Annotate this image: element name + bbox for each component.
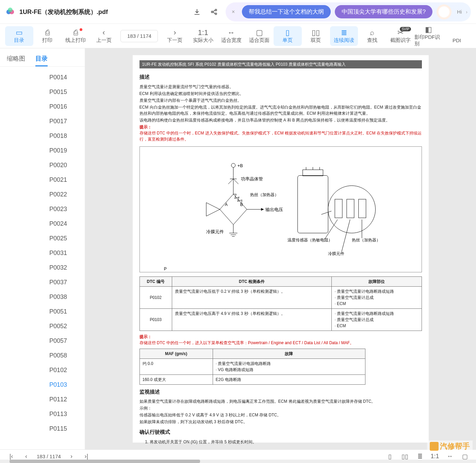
toc-toggle-button[interactable]: ▭目录 — [5, 26, 33, 46]
tb-label: 双页 — [311, 37, 321, 44]
fit-page-icon: ▢ — [256, 28, 263, 37]
online-print-button[interactable]: ⎙线上打印 — [62, 26, 90, 46]
tb-label: PDI — [453, 37, 461, 43]
td: P0103 — [139, 308, 172, 331]
toc-item-P0038[interactable]: P0038 — [0, 290, 85, 304]
toc-item-P0113[interactable]: P0113 — [0, 407, 85, 421]
toc-item-P0031[interactable]: P0031 — [0, 246, 85, 260]
title-bar: 1UR-FE（发动机控制系统）.pdf × 帮我总结一下这个文档的大纲 中国顶尖… — [0, 0, 476, 24]
ai-suggestion-university[interactable]: 中国顶尖大学有哪些历史和发展? — [335, 5, 432, 18]
th: DTC 检测条件 — [172, 276, 332, 286]
single-page-icon: ▯ — [285, 28, 290, 37]
tb-label: 打印 — [42, 37, 52, 44]
double-page-icon: ▯▯ — [312, 28, 320, 37]
td: · 质量空气流量计电路断路或短路· 质量空气流量计总成· ECM — [332, 308, 422, 331]
th: MAF (gm/s) — [139, 349, 213, 358]
ai-close-icon[interactable]: × — [229, 7, 238, 16]
toc-item-P0018[interactable]: P0018 — [0, 129, 85, 143]
td: 质量空气流量计电压高于 4.9 V 持续 3 秒（单程检测逻辑）。 — [172, 308, 332, 331]
scrollbar-thumb[interactable] — [10, 460, 200, 463]
ai-avatar-icon[interactable] — [437, 4, 452, 19]
body-text: 质量空气流量计内部有一个暴露于进气气流的白金热丝。 — [139, 97, 422, 103]
print-icon: ⎙ — [45, 28, 50, 37]
toc-item-P0025[interactable]: P0025 — [0, 231, 85, 246]
ai-suggestion-summary[interactable]: 帮我总结一下这个文档的大纲 — [242, 5, 331, 18]
toc-item-P0015[interactable]: P0015 — [0, 85, 85, 99]
toc-item-P0058[interactable]: P0058 — [0, 348, 85, 363]
toc-item-P0112[interactable]: P0112 — [0, 392, 85, 407]
toc-item-P0021[interactable]: P0021 — [0, 173, 85, 187]
screenshot-ocr-button[interactable]: SVIP✂截图识字 — [386, 26, 414, 46]
toc-list[interactable]: P0014P0015P0016P0017P0018P0019P0020P0021… — [0, 67, 85, 449]
svg-line-26 — [321, 211, 331, 214]
td: P0102 — [139, 286, 172, 308]
ocr-icon: ◧ — [425, 25, 432, 34]
chevron-right-icon[interactable]: › — [466, 9, 467, 15]
sidebar: 缩略图 目录 P0014P0015P0016P0017P0018P0019P00… — [0, 48, 85, 449]
toc-item-P0022[interactable]: P0022 — [0, 187, 85, 202]
double-page-button[interactable]: ▯▯双页 — [302, 26, 330, 46]
find-button[interactable]: ⌕查找 — [358, 26, 386, 46]
fit-page-button[interactable]: ▢适合页面 — [245, 26, 274, 46]
document-viewport[interactable]: 1UR-FE 发动机控制系统 SFI 系统 P0102 质量或体积空气流量电路低… — [85, 48, 476, 449]
single-page-button[interactable]: ▯单页 — [274, 26, 302, 46]
tb-label: 影印PDF识别 — [414, 34, 443, 47]
fit-width-button[interactable]: ↔适合宽度 — [217, 26, 245, 46]
toc-item-P0014[interactable]: P0014 — [0, 70, 85, 85]
svg-rect-27 — [335, 199, 342, 218]
td: 约 0.0 — [139, 358, 213, 374]
toc-item-P0024[interactable]: P0024 — [0, 217, 85, 231]
toc-item-P0016[interactable]: P0016 — [0, 99, 85, 114]
print-button[interactable]: ⎙打印 — [33, 26, 62, 46]
page-number-input[interactable] — [120, 30, 158, 42]
tb-label: 连续阅读 — [334, 37, 354, 44]
toc-item-P0023[interactable]: P0023 — [0, 202, 85, 217]
svg-point-25 — [328, 186, 375, 233]
next-page-button[interactable]: ›下一页 — [161, 26, 189, 46]
confirm-steps: 将发动机开关置于 ON (IG) 位置，并等待 5 秒或更长时间。 — [150, 439, 422, 445]
svg-text:热丝（加热器）: 热丝（加热器） — [351, 238, 380, 242]
horizontal-scrollbar[interactable] — [0, 460, 476, 463]
list-item: 将发动机开关置于 ON (IG) 位置，并等待 5 秒或更长时间。 — [150, 439, 422, 445]
download-icon[interactable] — [192, 7, 202, 17]
continuous-read-button[interactable]: ≣连续阅读 — [330, 26, 358, 46]
prev-page-button[interactable]: ‹上一页 — [90, 26, 118, 46]
td: E2G 电路断路 — [213, 374, 365, 384]
tb-label: 上一页 — [96, 37, 112, 44]
tab-thumbnails[interactable]: 缩略图 — [7, 52, 25, 66]
toc-item-P0052[interactable]: P0052 — [0, 319, 85, 334]
toc-item-P0019[interactable]: P0019 — [0, 143, 85, 158]
tb-label: 截图识字 — [390, 37, 411, 44]
toc-item-P0103[interactable]: P0103 — [0, 378, 85, 392]
pdi-button[interactable]: PDI — [443, 26, 471, 46]
svg-rect-29 — [358, 199, 366, 218]
body-text: 如果质量空气流量计存在故障或电路断路或短路，则电压偏离正常工作范围。ECM 将此… — [139, 398, 422, 404]
toc-item-P0057[interactable]: P0057 — [0, 334, 85, 348]
chevron-right-icon: › — [174, 28, 176, 37]
ocr-pdf-button[interactable]: ◧影印PDF识别 — [414, 26, 443, 46]
toc-item-P0037[interactable]: P0037 — [0, 275, 85, 290]
svg-rect-28 — [346, 199, 354, 218]
toc-item-P0017[interactable]: P0017 — [0, 114, 85, 129]
share-icon[interactable] — [209, 7, 219, 17]
fit-width-icon: ↔ — [228, 28, 235, 37]
svip-badge: SVIP — [400, 27, 411, 31]
tab-toc[interactable]: 目录 — [35, 52, 48, 66]
toc-item-P0115[interactable]: P0115 — [0, 421, 85, 436]
svg-text:P: P — [164, 267, 166, 271]
th: 故障 — [213, 349, 365, 358]
ai-hi-label: Hi — [457, 9, 462, 15]
app-logo — [5, 7, 15, 17]
svg-text:输出电压: 输出电压 — [265, 207, 283, 212]
actual-size-button[interactable]: 1:1实际大小 — [189, 26, 217, 46]
toc-item-P0020[interactable]: P0020 — [0, 158, 85, 173]
ai-assistant-bar: × 帮我总结一下这个文档的大纲 中国顶尖大学有哪些历史和发展? Hi › — [226, 2, 471, 21]
toc-item-P0032[interactable]: P0032 — [0, 260, 85, 275]
section-description-title: 描述 — [139, 73, 422, 81]
toolbar: ▭目录 ⎙打印 ⎙线上打印 ‹上一页 ›下一页 1:1实际大小 ↔适合宽度 ▢适… — [0, 24, 476, 48]
toc-item-P0102[interactable]: P0102 — [0, 363, 85, 378]
watermark: 汽修帮手 — [427, 441, 473, 452]
tb-label: 适合宽度 — [221, 37, 242, 44]
search-icon: ⌕ — [370, 28, 374, 37]
toc-item-P0051[interactable]: P0051 — [0, 304, 85, 319]
